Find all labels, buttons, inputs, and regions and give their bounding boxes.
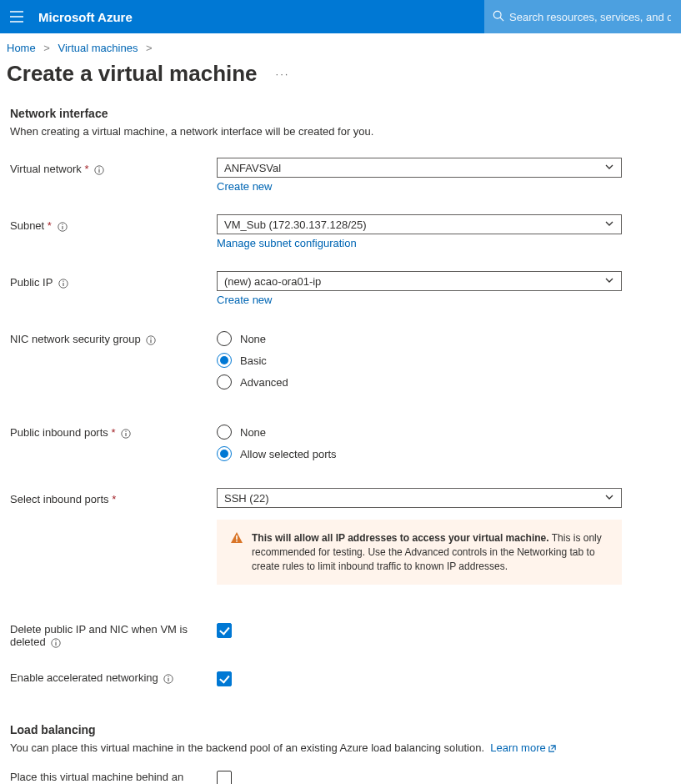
- svg-rect-20: [56, 642, 57, 646]
- search-input[interactable]: [504, 10, 673, 24]
- inbound-ports-warning: This will allow all IP addresses to acce…: [217, 520, 622, 585]
- nsg-radio-basic[interactable]: Basic: [217, 349, 622, 371]
- svg-rect-9: [63, 283, 63, 286]
- label-vnet: Virtual network: [10, 163, 82, 175]
- nsg-option-basic: Basic: [240, 354, 267, 367]
- info-icon[interactable]: [58, 279, 68, 289]
- svg-rect-18: [236, 540, 238, 542]
- top-bar: Microsoft Azure: [0, 0, 681, 33]
- svg-rect-21: [56, 641, 57, 641]
- vnet-value: ANFAVSVal: [224, 162, 281, 174]
- external-link-icon: [548, 744, 557, 753]
- subnet-manage-link[interactable]: Manage subnet configuration: [217, 237, 357, 249]
- svg-rect-6: [62, 226, 63, 229]
- accel-net-checkbox[interactable]: [217, 671, 232, 686]
- svg-rect-17: [236, 535, 238, 540]
- inbound-radio-none[interactable]: None: [217, 421, 622, 443]
- global-search[interactable]: [484, 0, 681, 33]
- svg-rect-23: [168, 678, 169, 681]
- section-heading-network: Network interface: [10, 107, 671, 120]
- warning-bold: This will allow all IP addresses to acce…: [252, 532, 549, 544]
- section-desc-lb: You can place this virtual machine in th…: [10, 741, 484, 754]
- nsg-radio-advanced[interactable]: Advanced: [217, 371, 622, 393]
- lb-learn-more-link[interactable]: Learn more: [490, 741, 556, 754]
- info-icon[interactable]: [58, 222, 68, 232]
- public-ip-value: (new) acao-ora01-ip: [224, 275, 321, 288]
- label-nsg: NIC network security group: [10, 333, 141, 345]
- label-select-inbound: Select inbound ports: [10, 493, 109, 505]
- inbound-option-allow: Allow selected ports: [240, 448, 337, 460]
- subnet-value: VM_Sub (172.30.137.128/25): [224, 219, 367, 231]
- nsg-option-advanced: Advanced: [240, 376, 288, 389]
- page-title: Create a virtual machine: [7, 61, 258, 87]
- delete-ip-nic-checkbox[interactable]: [217, 623, 232, 638]
- nsg-option-none: None: [240, 333, 266, 345]
- inbound-option-none: None: [240, 426, 266, 439]
- label-place-behind-lb: Place this virtual machine behind an exi…: [10, 771, 183, 784]
- label-public-ip: Public IP: [10, 276, 53, 289]
- section-desc-network: When creating a virtual machine, a netwo…: [10, 125, 671, 138]
- inbound-radio-allow[interactable]: Allow selected ports: [217, 443, 622, 465]
- svg-rect-3: [98, 169, 99, 173]
- label-accel-net: Enable accelerated networking: [10, 671, 158, 684]
- svg-point-0: [493, 11, 501, 18]
- select-inbound-value: SSH (22): [224, 492, 268, 505]
- svg-rect-4: [98, 167, 99, 168]
- label-subnet: Subnet: [10, 219, 44, 232]
- public-ip-select[interactable]: (new) acao-ora01-ip: [217, 271, 622, 291]
- more-icon[interactable]: ···: [258, 68, 290, 80]
- place-behind-lb-checkbox[interactable]: [217, 771, 232, 784]
- info-icon[interactable]: [163, 674, 173, 684]
- chevron-down-icon: [604, 275, 614, 288]
- info-icon[interactable]: [146, 335, 156, 345]
- label-delete-ip-nic: Delete public IP and NIC when VM is dele…: [10, 623, 188, 648]
- warning-icon: [230, 531, 243, 573]
- info-icon[interactable]: [94, 165, 104, 175]
- label-inbound-ports: Public inbound ports: [10, 426, 108, 439]
- svg-rect-16: [126, 430, 127, 431]
- chevron-down-icon: [604, 162, 614, 174]
- chevron-down-icon: [604, 492, 614, 505]
- svg-rect-7: [62, 224, 63, 224]
- svg-line-1: [500, 17, 503, 20]
- chevron-down-icon: [604, 219, 614, 231]
- info-icon[interactable]: [121, 429, 131, 439]
- section-heading-lb: Load balancing: [10, 723, 671, 736]
- chevron-right-icon: >: [141, 42, 158, 54]
- breadcrumb-home[interactable]: Home: [7, 42, 36, 54]
- vnet-create-new-link[interactable]: Create new: [217, 180, 272, 193]
- svg-rect-13: [151, 337, 152, 338]
- vnet-select[interactable]: ANFAVSVal: [217, 158, 622, 178]
- svg-rect-10: [63, 280, 63, 281]
- svg-rect-12: [151, 339, 152, 343]
- menu-icon[interactable]: [0, 0, 33, 33]
- svg-rect-24: [168, 676, 169, 677]
- info-icon[interactable]: [51, 638, 61, 648]
- subnet-select[interactable]: VM_Sub (172.30.137.128/25): [217, 214, 622, 234]
- search-icon: [493, 10, 504, 24]
- svg-rect-15: [126, 433, 127, 436]
- nsg-radio-none[interactable]: None: [217, 328, 622, 349]
- chevron-right-icon: >: [38, 42, 55, 54]
- breadcrumb: Home > Virtual machines >: [0, 33, 681, 61]
- public-ip-create-new-link[interactable]: Create new: [217, 294, 272, 306]
- select-inbound-ports-select[interactable]: SSH (22): [217, 488, 622, 508]
- breadcrumb-vms[interactable]: Virtual machines: [58, 42, 138, 54]
- brand-title: Microsoft Azure: [33, 10, 133, 24]
